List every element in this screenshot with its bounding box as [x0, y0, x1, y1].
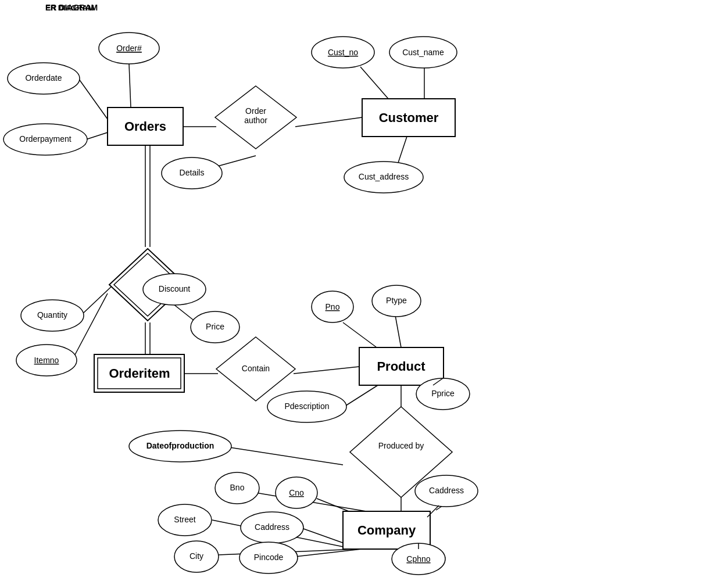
svg-line-4	[295, 117, 362, 127]
attr-dateofproduction-label: Dateofproduction	[146, 441, 214, 450]
svg-line-1	[129, 64, 131, 107]
entity-orders-label: Orders	[124, 119, 166, 134]
attr-cust-no-label: Cust_no	[328, 48, 358, 57]
attr-pprice-label: Pprice	[431, 389, 455, 398]
svg-line-5	[360, 67, 388, 99]
svg-line-12	[73, 293, 108, 359]
attr-bno-label: Bno	[230, 483, 245, 492]
entity-product-label: Product	[377, 359, 425, 374]
attr-pdescription-label: Pdescription	[284, 401, 329, 411]
attr-city-label: City	[189, 551, 203, 561]
attr-discount-label: Discount	[159, 284, 191, 293]
diagram-title-text: ER DIAGRAM	[45, 3, 98, 12]
svg-line-2	[86, 132, 108, 139]
attr-quantity-label: Quantity	[37, 310, 67, 320]
relationship-order-author-label2: author	[244, 116, 267, 125]
attr-caddress-bot-label: Caddress	[255, 522, 289, 532]
attr-details-label: Details	[180, 168, 205, 177]
svg-line-25	[230, 447, 343, 465]
svg-line-21	[346, 385, 378, 406]
entity-customer-label: Customer	[379, 110, 439, 125]
attr-cno-label: Cno	[289, 488, 304, 497]
svg-line-11	[83, 285, 113, 314]
svg-line-0	[78, 78, 108, 119]
attr-order-num-label: Order#	[116, 44, 142, 53]
attr-pincode-label: Pincode	[254, 553, 284, 562]
attr-itemno-label: Itemno	[34, 356, 59, 365]
attr-price-label: Price	[206, 322, 224, 331]
attr-cphno-label: Cphno	[406, 554, 430, 564]
attr-caddress-top-label: Caddress	[429, 486, 464, 495]
attr-orderdate-label: Orderdate	[25, 73, 62, 83]
relationship-produced-by-label: Produced by	[378, 441, 424, 450]
attr-ptype-label: Ptype	[386, 296, 407, 305]
attr-cust-name-label: Cust_name	[402, 48, 444, 57]
entity-company-label: Company	[357, 523, 416, 537]
attr-street-label: Street	[174, 515, 195, 524]
svg-line-7	[398, 137, 407, 163]
relationship-contain-label: Contain	[242, 364, 270, 373]
er-diagram: ER DIAGRAM	[0, 0, 708, 588]
attr-cust-address-label: Cust_address	[359, 172, 409, 181]
relationship-order-author-label: Order	[245, 106, 266, 116]
entity-orderitem-label: Orderitem	[109, 366, 170, 381]
attr-pno-label: Pno	[326, 302, 340, 311]
attr-orderpayment-label: Orderpayment	[19, 134, 71, 144]
svg-line-19	[343, 322, 377, 347]
svg-line-20	[395, 315, 401, 347]
svg-line-18	[294, 367, 359, 374]
